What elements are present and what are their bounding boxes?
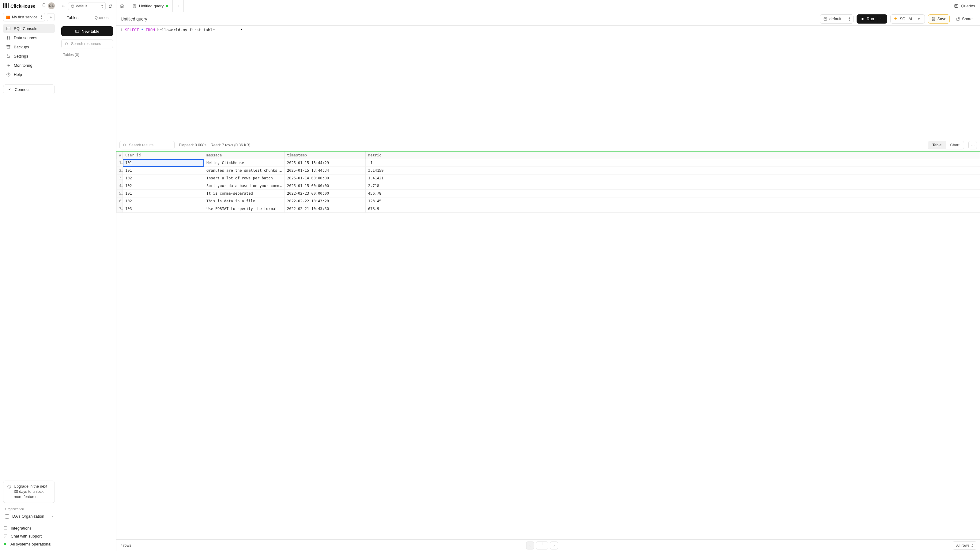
org-selector[interactable]: DA's Organization ›	[0, 512, 58, 522]
nav-integrations[interactable]: Integrations	[0, 524, 58, 532]
pager: ‹ 1 ›	[526, 541, 558, 549]
search-results-input[interactable]: Search results...	[119, 141, 175, 149]
cell-timestamp[interactable]: 2025-01-15 13:44:29	[285, 159, 366, 167]
upgrade-card[interactable]: Upgrade in the next 30 days to unlock mo…	[3, 481, 55, 503]
cell-user-id[interactable]: 102	[123, 182, 204, 190]
page-size-selector[interactable]: All rows ▴▾	[953, 541, 976, 550]
archive-icon	[6, 45, 11, 49]
service-selector[interactable]: My first service ▴▾	[3, 13, 45, 21]
clickhouse-logo-icon	[3, 3, 9, 8]
cell-metric[interactable]: 3.14159	[366, 167, 980, 175]
col-timestamp[interactable]: timestamp	[285, 151, 366, 159]
table-row[interactable]: 5101It is comma-separated2022-02-23 00:0…	[117, 190, 980, 197]
cell-metric[interactable]: -1	[366, 159, 980, 167]
cell-timestamp[interactable]: 2025-01-14 00:00:00	[285, 175, 366, 182]
sql-editor[interactable]: 1 SELECT * FROM helloworld.my_first_tabl…	[116, 26, 980, 139]
database-selector[interactable]: default ▴▾	[68, 2, 106, 10]
cell-timestamp[interactable]: 2022-02-21 10:43:30	[285, 205, 366, 213]
add-tab-button[interactable]: +	[173, 0, 184, 12]
cell-rownum[interactable]: 2	[117, 167, 123, 175]
cell-message[interactable]: Use FORMAT to specify the format	[204, 205, 285, 213]
toolbar-database-selector[interactable]: default ▴▾	[820, 14, 854, 24]
results-more-button[interactable]: ⋯	[968, 141, 977, 149]
col-rownum[interactable]: #	[117, 151, 123, 159]
next-page-button[interactable]: ›	[550, 541, 558, 549]
tab-tables[interactable]: Tables	[58, 12, 87, 23]
collapse-panel-button[interactable]: ⇤	[60, 3, 67, 10]
cell-timestamp[interactable]: 2025-01-15 13:44:34	[285, 167, 366, 175]
table-row[interactable]: 4102Sort your data based on your commonl…	[117, 182, 980, 190]
table-row[interactable]: 3102Insert a lot of rows per batch2025-0…	[117, 175, 980, 182]
table-row[interactable]: 1101Hello, ClickHouse!2025-01-15 13:44:2…	[117, 159, 980, 167]
add-service-button[interactable]: +	[47, 13, 55, 21]
home-tab[interactable]	[116, 0, 128, 12]
queries-link[interactable]: Queries	[949, 0, 980, 12]
nav-backups[interactable]: Backups	[3, 42, 55, 51]
cell-message[interactable]: Granules are the smallest chunks of data…	[204, 167, 285, 175]
cell-user-id[interactable]: 101	[123, 190, 204, 197]
table-row[interactable]: 7103Use FORMAT to specify the format2022…	[117, 205, 980, 213]
cell-user-id[interactable]: 102	[123, 197, 204, 205]
cell-message[interactable]: Sort your data based on your commonly-us…	[204, 182, 285, 190]
sql-ai-button[interactable]: SQL AI ▾	[890, 14, 925, 24]
cell-timestamp[interactable]: 2025-01-15 00:00:00	[285, 182, 366, 190]
new-table-button[interactable]: New table	[61, 26, 113, 36]
bell-icon[interactable]	[41, 3, 46, 9]
nav-monitoring[interactable]: Monitoring	[3, 60, 55, 70]
cell-user-id[interactable]: 101	[123, 159, 204, 167]
sql-ai-dropdown-button[interactable]: ▾	[916, 15, 921, 23]
cell-message[interactable]: This is data in a file	[204, 197, 285, 205]
connect-button[interactable]: Connect	[3, 84, 55, 94]
cell-metric[interactable]: 2.718	[366, 182, 980, 190]
nav-item-label: Chat with support	[11, 534, 41, 538]
cell-rownum[interactable]: 3	[117, 175, 123, 182]
nav-chat-support[interactable]: Chat with support	[0, 532, 58, 540]
cell-rownum[interactable]: 1	[117, 159, 123, 167]
cell-message[interactable]: Insert a lot of rows per batch	[204, 175, 285, 182]
table-row[interactable]: 2101Granules are the smallest chunks of …	[117, 167, 980, 175]
cell-user-id[interactable]: 101	[123, 167, 204, 175]
query-tab[interactable]: Untitled query	[128, 0, 173, 12]
refresh-button[interactable]	[107, 2, 114, 10]
nav-settings[interactable]: Settings	[3, 51, 55, 60]
search-resources-input[interactable]: Search resources	[61, 39, 113, 48]
col-user-id[interactable]: user_id	[123, 151, 204, 159]
prev-page-button[interactable]: ‹	[526, 541, 534, 549]
tab-queries[interactable]: Queries	[87, 12, 116, 23]
nav-help[interactable]: Help	[3, 70, 55, 79]
view-chart-button[interactable]: Chart	[946, 141, 964, 149]
cell-rownum[interactable]: 6	[117, 197, 123, 205]
cell-rownum[interactable]: 5	[117, 190, 123, 197]
cell-rownum[interactable]: 7	[117, 205, 123, 213]
avatar[interactable]: DA	[48, 2, 55, 9]
file-icon	[132, 4, 137, 8]
chevron-updown-icon: ▴▾	[101, 4, 103, 9]
cell-timestamp[interactable]: 2022-02-22 10:43:28	[285, 197, 366, 205]
share-button[interactable]: Share	[953, 14, 976, 24]
run-label: Run	[867, 16, 874, 21]
nav-sql-console[interactable]: SQL Console	[3, 24, 55, 33]
table-row[interactable]: 6102This is data in a file2022-02-22 10:…	[117, 197, 980, 205]
col-metric[interactable]: metric	[366, 151, 980, 159]
cell-metric[interactable]: 123.45	[366, 197, 980, 205]
cell-user-id[interactable]: 103	[123, 205, 204, 213]
cell-metric[interactable]: 678.9	[366, 205, 980, 213]
editor-gutter: 1	[116, 26, 125, 139]
col-message[interactable]: message	[204, 151, 285, 159]
cell-message[interactable]: It is comma-separated	[204, 190, 285, 197]
cell-metric[interactable]: 1.41421	[366, 175, 980, 182]
nav-system-status[interactable]: All systems operational	[0, 540, 58, 548]
cell-metric[interactable]: 456.78	[366, 190, 980, 197]
run-button[interactable]: Run	[857, 14, 887, 24]
query-name-input[interactable]: Untitled query	[121, 16, 147, 21]
save-button[interactable]: Save	[928, 14, 950, 24]
cell-user-id[interactable]: 102	[123, 175, 204, 182]
table-header-row: # user_id message timestamp metric	[117, 151, 980, 159]
cell-rownum[interactable]: 4	[117, 182, 123, 190]
cell-timestamp[interactable]: 2022-02-23 00:00:00	[285, 190, 366, 197]
view-table-button[interactable]: Table	[928, 141, 946, 149]
run-dropdown-button[interactable]	[878, 15, 885, 23]
page-input[interactable]: 1	[536, 541, 548, 549]
nav-data-sources[interactable]: Data sources	[3, 33, 55, 42]
cell-message[interactable]: Hello, ClickHouse!	[204, 159, 285, 167]
